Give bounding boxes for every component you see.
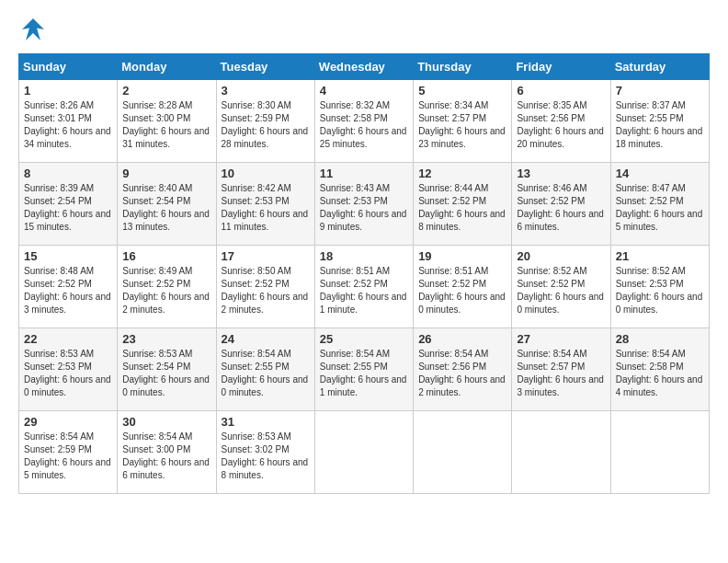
day-info: Sunrise: 8:54 AMSunset: 2:59 PMDaylight:… xyxy=(24,431,111,480)
day-cell-6: 6 Sunrise: 8:35 AMSunset: 2:56 PMDayligh… xyxy=(512,80,610,163)
day-cell-13: 13 Sunrise: 8:46 AMSunset: 2:52 PMDaylig… xyxy=(512,163,610,246)
column-header-tuesday: Tuesday xyxy=(216,54,314,80)
day-cell-19: 19 Sunrise: 8:51 AMSunset: 2:52 PMDaylig… xyxy=(414,246,512,328)
day-number: 10 xyxy=(222,167,310,180)
day-cell-20: 20 Sunrise: 8:52 AMSunset: 2:52 PMDaylig… xyxy=(512,246,610,328)
calendar-table: SundayMondayTuesdayWednesdayThursdayFrid… xyxy=(18,53,710,494)
day-number: 20 xyxy=(517,249,605,263)
day-cell-22: 22 Sunrise: 8:53 AMSunset: 2:53 PMDaylig… xyxy=(19,328,118,411)
day-info: Sunrise: 8:30 AMSunset: 2:59 PMDaylight:… xyxy=(222,100,309,149)
week-row-5: 29 Sunrise: 8:54 AMSunset: 2:59 PMDaylig… xyxy=(19,411,710,494)
week-row-1: 1 Sunrise: 8:26 AMSunset: 3:01 PMDayligh… xyxy=(19,80,710,163)
empty-cell xyxy=(512,411,610,494)
day-info: Sunrise: 8:53 AMSunset: 2:53 PMDaylight:… xyxy=(24,349,111,397)
day-number: 17 xyxy=(222,249,310,263)
day-info: Sunrise: 8:53 AMSunset: 3:02 PMDaylight:… xyxy=(222,431,309,480)
day-cell-17: 17 Sunrise: 8:50 AMSunset: 2:52 PMDaylig… xyxy=(216,246,314,328)
column-header-friday: Friday xyxy=(512,54,610,80)
column-header-monday: Monday xyxy=(118,54,216,80)
week-row-4: 22 Sunrise: 8:53 AMSunset: 2:53 PMDaylig… xyxy=(19,328,710,411)
day-info: Sunrise: 8:32 AMSunset: 2:58 PMDaylight:… xyxy=(320,100,407,149)
day-number: 21 xyxy=(616,249,704,263)
column-header-saturday: Saturday xyxy=(610,54,709,80)
day-number: 22 xyxy=(24,332,112,346)
day-cell-7: 7 Sunrise: 8:37 AMSunset: 2:55 PMDayligh… xyxy=(610,80,709,163)
day-cell-9: 9 Sunrise: 8:40 AMSunset: 2:54 PMDayligh… xyxy=(118,163,216,246)
day-number: 23 xyxy=(122,332,210,346)
page-header xyxy=(18,15,710,44)
week-row-3: 15 Sunrise: 8:48 AMSunset: 2:52 PMDaylig… xyxy=(19,246,710,328)
day-info: Sunrise: 8:50 AMSunset: 2:52 PMDaylight:… xyxy=(222,266,309,315)
day-info: Sunrise: 8:51 AMSunset: 2:52 PMDaylight:… xyxy=(320,266,407,315)
day-info: Sunrise: 8:43 AMSunset: 2:53 PMDaylight:… xyxy=(320,183,407,232)
day-number: 14 xyxy=(616,167,704,180)
day-number: 28 xyxy=(616,332,704,346)
day-cell-28: 28 Sunrise: 8:54 AMSunset: 2:58 PMDaylig… xyxy=(610,328,709,411)
day-info: Sunrise: 8:42 AMSunset: 2:53 PMDaylight:… xyxy=(222,183,309,232)
day-number: 7 xyxy=(616,84,704,98)
day-number: 11 xyxy=(320,167,408,180)
day-number: 12 xyxy=(418,167,506,180)
day-number: 18 xyxy=(320,249,408,263)
day-info: Sunrise: 8:46 AMSunset: 2:52 PMDaylight:… xyxy=(517,183,604,232)
day-number: 30 xyxy=(122,415,210,429)
day-cell-4: 4 Sunrise: 8:32 AMSunset: 2:58 PMDayligh… xyxy=(314,80,413,163)
day-number: 24 xyxy=(222,332,310,346)
day-info: Sunrise: 8:54 AMSunset: 3:00 PMDaylight:… xyxy=(122,431,210,480)
day-number: 3 xyxy=(222,84,310,98)
day-number: 5 xyxy=(418,84,506,98)
day-cell-18: 18 Sunrise: 8:51 AMSunset: 2:52 PMDaylig… xyxy=(314,246,413,328)
column-header-sunday: Sunday xyxy=(19,54,118,80)
day-info: Sunrise: 8:40 AMSunset: 2:54 PMDaylight:… xyxy=(122,183,210,232)
day-info: Sunrise: 8:34 AMSunset: 2:57 PMDaylight:… xyxy=(418,100,506,149)
day-number: 8 xyxy=(24,167,112,180)
day-cell-10: 10 Sunrise: 8:42 AMSunset: 2:53 PMDaylig… xyxy=(216,163,314,246)
day-info: Sunrise: 8:54 AMSunset: 2:55 PMDaylight:… xyxy=(320,349,407,397)
day-cell-26: 26 Sunrise: 8:54 AMSunset: 2:56 PMDaylig… xyxy=(414,328,512,411)
day-cell-11: 11 Sunrise: 8:43 AMSunset: 2:53 PMDaylig… xyxy=(314,163,413,246)
day-info: Sunrise: 8:49 AMSunset: 2:52 PMDaylight:… xyxy=(122,266,210,315)
day-number: 1 xyxy=(24,84,112,98)
day-number: 15 xyxy=(24,249,112,263)
day-number: 31 xyxy=(222,415,310,429)
empty-cell xyxy=(314,411,413,494)
day-cell-30: 30 Sunrise: 8:54 AMSunset: 3:00 PMDaylig… xyxy=(118,411,216,494)
day-number: 25 xyxy=(320,332,408,346)
day-cell-31: 31 Sunrise: 8:53 AMSunset: 3:02 PMDaylig… xyxy=(216,411,314,494)
day-number: 9 xyxy=(122,167,210,180)
day-number: 2 xyxy=(122,84,210,98)
day-info: Sunrise: 8:44 AMSunset: 2:52 PMDaylight:… xyxy=(418,183,506,232)
empty-cell xyxy=(414,411,512,494)
day-info: Sunrise: 8:26 AMSunset: 3:01 PMDaylight:… xyxy=(24,100,111,149)
day-cell-1: 1 Sunrise: 8:26 AMSunset: 3:01 PMDayligh… xyxy=(19,80,118,163)
day-info: Sunrise: 8:54 AMSunset: 2:58 PMDaylight:… xyxy=(616,349,703,397)
day-info: Sunrise: 8:37 AMSunset: 2:55 PMDaylight:… xyxy=(616,100,703,149)
day-info: Sunrise: 8:54 AMSunset: 2:55 PMDaylight:… xyxy=(222,349,309,397)
day-cell-21: 21 Sunrise: 8:52 AMSunset: 2:53 PMDaylig… xyxy=(610,246,709,328)
day-info: Sunrise: 8:28 AMSunset: 3:00 PMDaylight:… xyxy=(122,100,210,149)
day-cell-5: 5 Sunrise: 8:34 AMSunset: 2:57 PMDayligh… xyxy=(414,80,512,163)
day-cell-16: 16 Sunrise: 8:49 AMSunset: 2:52 PMDaylig… xyxy=(118,246,216,328)
day-cell-8: 8 Sunrise: 8:39 AMSunset: 2:54 PMDayligh… xyxy=(19,163,118,246)
day-cell-2: 2 Sunrise: 8:28 AMSunset: 3:00 PMDayligh… xyxy=(118,80,216,163)
day-cell-29: 29 Sunrise: 8:54 AMSunset: 2:59 PMDaylig… xyxy=(19,411,118,494)
day-number: 27 xyxy=(517,332,605,346)
column-header-thursday: Thursday xyxy=(414,54,512,80)
day-info: Sunrise: 8:35 AMSunset: 2:56 PMDaylight:… xyxy=(517,100,604,149)
day-cell-25: 25 Sunrise: 8:54 AMSunset: 2:55 PMDaylig… xyxy=(314,328,413,411)
day-number: 16 xyxy=(122,249,210,263)
day-cell-24: 24 Sunrise: 8:54 AMSunset: 2:55 PMDaylig… xyxy=(216,328,314,411)
logo-icon xyxy=(18,15,48,44)
day-info: Sunrise: 8:54 AMSunset: 2:57 PMDaylight:… xyxy=(517,349,604,397)
column-header-wednesday: Wednesday xyxy=(314,54,413,80)
day-number: 13 xyxy=(517,167,605,180)
day-number: 6 xyxy=(517,84,605,98)
day-info: Sunrise: 8:53 AMSunset: 2:54 PMDaylight:… xyxy=(122,349,210,397)
week-row-2: 8 Sunrise: 8:39 AMSunset: 2:54 PMDayligh… xyxy=(19,163,710,246)
day-info: Sunrise: 8:48 AMSunset: 2:52 PMDaylight:… xyxy=(24,266,111,315)
empty-cell xyxy=(610,411,709,494)
day-number: 26 xyxy=(418,332,506,346)
day-info: Sunrise: 8:39 AMSunset: 2:54 PMDaylight:… xyxy=(24,183,111,232)
logo xyxy=(18,15,51,44)
day-cell-27: 27 Sunrise: 8:54 AMSunset: 2:57 PMDaylig… xyxy=(512,328,610,411)
